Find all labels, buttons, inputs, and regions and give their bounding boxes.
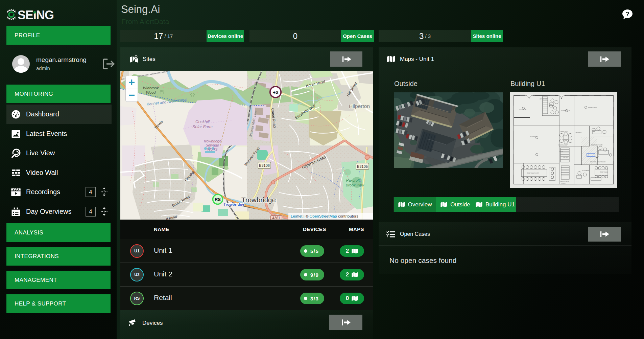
svg-text:HOTDESK: HOTDESK <box>582 170 589 172</box>
svg-text:TRAINING ROOM: TRAINING ROOM <box>591 144 603 146</box>
svg-text:ARCHIVE: ARCHIVE <box>575 132 582 134</box>
svg-text:Trowbridge: Trowbridge <box>241 196 276 204</box>
svg-text:MEETING ROOM: MEETING ROOM <box>527 172 539 174</box>
svg-text:STORE 2: STORE 2 <box>530 135 536 137</box>
svg-text:Cockhill: Cockhill <box>195 119 210 124</box>
svg-text:RS: RS <box>215 197 221 202</box>
svg-text:OFFICE G2: OFFICE G2 <box>560 131 568 132</box>
svg-text:Brook Park: Brook Park <box>346 183 364 187</box>
svg-text:GOODS OUT: GOODS OUT <box>561 110 570 111</box>
svg-text:+2: +2 <box>272 89 278 95</box>
svg-text:Paxcroft: Paxcroft <box>346 178 360 182</box>
svg-text:A361: A361 <box>272 216 280 220</box>
svg-text:B3106: B3106 <box>259 163 270 167</box>
svg-text:OFFICE G1: OFFICE G1 <box>540 98 547 100</box>
svg-text:WORKSHOP: WORKSHOP <box>588 107 597 109</box>
svg-text:Trowbridge: Trowbridge <box>203 139 221 143</box>
svg-text:LOBBY: LOBBY <box>562 182 566 184</box>
svg-text:MEETING 2: MEETING 2 <box>600 171 608 173</box>
svg-text:GOODS IN: GOODS IN <box>519 109 526 111</box>
svg-text:KITCHEN/REST ROOM: KITCHEN/REST ROOM <box>590 161 605 163</box>
svg-text:Widbrook: Widbrook <box>143 86 159 90</box>
svg-text:Solar Farm: Solar Farm <box>192 125 212 129</box>
svg-text:INNER LOBBY: INNER LOBBY <box>558 144 568 146</box>
svg-text:Trowbridge: Trowbridge <box>223 202 244 206</box>
svg-text:Wood: Wood <box>146 90 156 94</box>
svg-text:B3105: B3105 <box>357 164 368 168</box>
svg-text:MALE: MALE <box>559 151 563 153</box>
svg-text:Leaflet | © OpenStreetMap cont: Leaflet | © OpenStreetMap contributors <box>291 214 358 218</box>
svg-text:Works: Works <box>207 147 218 151</box>
svg-text:STAIRS: STAIRS <box>563 157 568 159</box>
svg-text:?: ? <box>625 10 629 18</box>
svg-text:Hilperton: Hilperton <box>349 103 370 109</box>
svg-text:Sewage: Sewage <box>206 143 219 147</box>
